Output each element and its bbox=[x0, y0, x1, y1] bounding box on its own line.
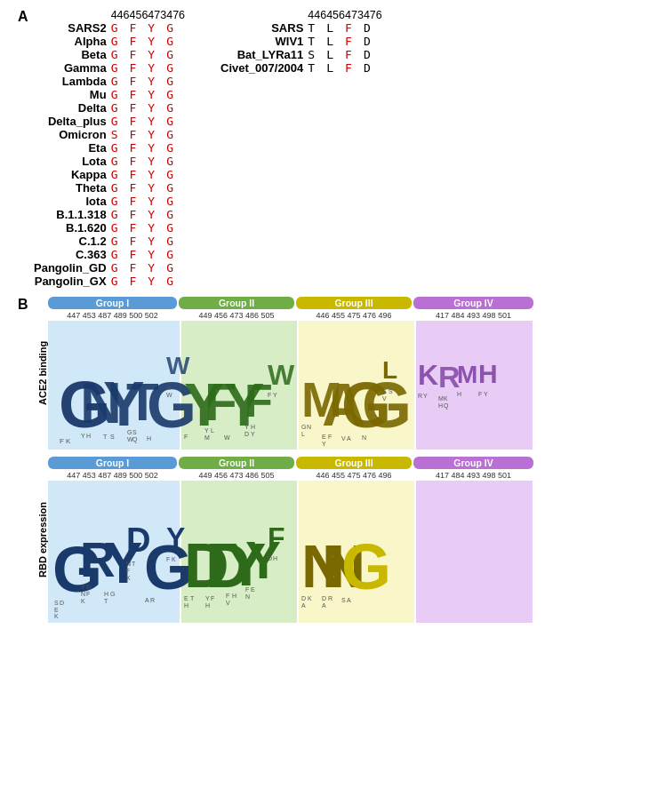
svg-text:K: K bbox=[81, 598, 85, 604]
rbd-logo-container: Group I Group II Group III Group IV 447 … bbox=[48, 457, 639, 623]
svg-text:N: N bbox=[81, 591, 85, 597]
group-II-pos-rbd: 449 456 473 486 505 bbox=[179, 471, 294, 480]
svg-text:N: N bbox=[362, 434, 366, 441]
svg-text:D: D bbox=[301, 595, 306, 601]
svg-text:A

            
            K
: A K G S D A S D A V K bbox=[347, 597, 351, 603]
svg-text:G: G bbox=[110, 591, 115, 597]
svg-text:H: H bbox=[166, 385, 171, 391]
ace2-binding-row: ACE2 binding Group I Group II Group III … bbox=[34, 297, 639, 450]
ace2-ylabel: ACE2 binding bbox=[34, 297, 48, 450]
svg-text:Y: Y bbox=[273, 392, 277, 398]
svg-text:W: W bbox=[166, 392, 172, 398]
svg-text:Q: Q bbox=[444, 402, 449, 410]
group-I-pill-ace2: Group I bbox=[48, 297, 177, 309]
svg-text:N: N bbox=[126, 561, 131, 567]
svg-text:N: N bbox=[245, 593, 250, 600]
alignment-right: 446 456 473 476 SARSTLFD WIV1TLFD Bat_LY… bbox=[220, 9, 382, 288]
svg-text:N: N bbox=[307, 424, 311, 430]
svg-text:F: F bbox=[86, 591, 90, 597]
svg-text:V: V bbox=[382, 395, 387, 402]
svg-text:D: D bbox=[244, 431, 249, 437]
svg-text:F: F bbox=[245, 586, 249, 593]
svg-text:G: G bbox=[127, 429, 132, 435]
svg-text:T: T bbox=[104, 598, 108, 604]
col-header-446: 446 bbox=[111, 9, 130, 21]
svg-text:K: K bbox=[66, 437, 71, 445]
svg-text:H: H bbox=[104, 591, 108, 597]
svg-text:H: H bbox=[86, 433, 91, 439]
svg-text:Y: Y bbox=[251, 431, 255, 437]
group-III-pill-rbd: Group III bbox=[296, 457, 412, 469]
group-I-pos-ace2: 447 453 487 489 500 502 bbox=[48, 311, 177, 320]
svg-text:H: H bbox=[478, 359, 498, 388]
svg-text:H: H bbox=[438, 402, 443, 409]
alignment-left: 446 456 473 476 SARS2GFYG AlphaGFYG Beta… bbox=[34, 9, 185, 288]
group-I-pos-rbd: 447 453 487 489 500 502 bbox=[48, 471, 177, 480]
svg-text:R: R bbox=[328, 595, 333, 601]
ace2-logo-container: Group I Group II Group III Group IV 447 … bbox=[48, 297, 639, 450]
svg-text:Y: Y bbox=[322, 441, 326, 447]
svg-text:K: K bbox=[444, 395, 448, 402]
group-II-pos-ace2: 449 456 473 486 505 bbox=[179, 311, 294, 320]
group-II-pill-ace2: Group II bbox=[179, 297, 294, 309]
svg-text:W: W bbox=[224, 434, 230, 441]
svg-text:Y: Y bbox=[81, 584, 85, 590]
svg-text:S: S bbox=[341, 597, 346, 603]
svg-text:S: S bbox=[389, 388, 393, 394]
svg-text:Y

            
            F
: Y F Y W T bbox=[484, 391, 488, 397]
svg-text:K: K bbox=[418, 359, 438, 391]
panel-b: B ACE2 binding Group I Group II Group II… bbox=[18, 297, 639, 623]
svg-text:F: F bbox=[328, 434, 332, 440]
svg-text:S: S bbox=[132, 429, 137, 435]
rbd-logo-svg: G S D E K R Y D N F K Y H bbox=[48, 481, 533, 623]
svg-text:E: E bbox=[251, 586, 255, 593]
panel-a-label: A bbox=[18, 9, 28, 25]
svg-text:K: K bbox=[54, 613, 59, 619]
svg-text:K: K bbox=[172, 556, 176, 562]
svg-text:E: E bbox=[322, 434, 326, 440]
svg-text:Y: Y bbox=[81, 433, 85, 439]
svg-text:A: A bbox=[322, 602, 326, 609]
col-header-476: 476 bbox=[166, 9, 185, 21]
svg-text:H: H bbox=[205, 602, 210, 609]
group-IV-pill-rbd: Group IV bbox=[413, 457, 533, 469]
svg-text:L: L bbox=[382, 356, 397, 384]
rbd-ylabel: RBD expression bbox=[34, 457, 48, 623]
svg-text:A: A bbox=[145, 597, 149, 603]
svg-text:H: H bbox=[232, 593, 236, 599]
svg-text:F: F bbox=[226, 593, 229, 599]
svg-text:D: D bbox=[268, 555, 272, 561]
svg-text:H: H bbox=[273, 555, 277, 561]
col-header-456: 456 bbox=[129, 9, 148, 21]
panel-b-label: B bbox=[18, 297, 28, 313]
ace2-logo-svg: G F K N Y H Y T S T G bbox=[48, 321, 533, 450]
svg-text:Y: Y bbox=[204, 427, 209, 434]
svg-text:H: H bbox=[184, 602, 188, 609]
svg-text:F: F bbox=[166, 556, 170, 562]
svg-text:A: A bbox=[301, 602, 306, 609]
svg-text:H: H bbox=[147, 435, 151, 442]
svg-text:Y: Y bbox=[166, 521, 185, 553]
svg-text:F: F bbox=[60, 437, 64, 445]
svg-rect-76 bbox=[416, 481, 533, 623]
svg-text:V: V bbox=[341, 435, 346, 442]
col-header-473: 473 bbox=[148, 9, 166, 21]
svg-text:Y: Y bbox=[423, 393, 428, 399]
svg-text:W: W bbox=[268, 359, 295, 391]
main-container: A 446 456 473 476 SARS2GFYG AlphaGFYG Be… bbox=[0, 0, 657, 632]
svg-text:T: T bbox=[103, 434, 108, 440]
svg-text:R: R bbox=[418, 393, 422, 399]
svg-text:F: F bbox=[126, 568, 130, 574]
svg-text:F: F bbox=[184, 434, 188, 440]
svg-text:H: H bbox=[457, 391, 461, 397]
svg-text:A: A bbox=[347, 435, 351, 442]
svg-text:Y: Y bbox=[205, 595, 210, 601]
svg-text:S: S bbox=[110, 434, 115, 440]
svg-text:D: D bbox=[86, 584, 91, 590]
svg-text:S: S bbox=[382, 388, 387, 394]
svg-text:V: V bbox=[226, 600, 230, 606]
svg-text:S: S bbox=[54, 600, 59, 606]
group-III-pos-rbd: 446 455 475 476 496 bbox=[296, 471, 412, 480]
svg-text:F: F bbox=[268, 521, 285, 553]
svg-text:E: E bbox=[184, 595, 188, 601]
